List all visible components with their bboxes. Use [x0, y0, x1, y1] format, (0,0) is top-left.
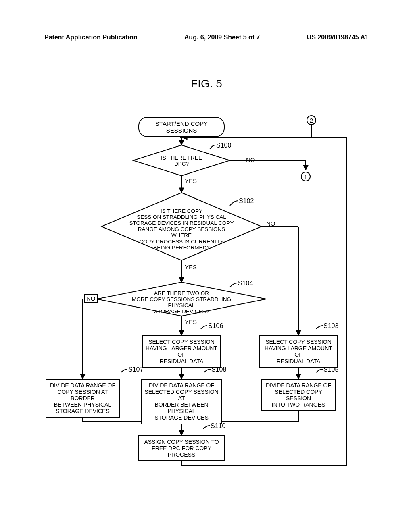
step-label-s102: S102	[239, 197, 254, 205]
step-label-s100: S100	[216, 142, 231, 149]
step-label-s106: S106	[208, 322, 223, 330]
decision-s104	[97, 282, 266, 316]
process-s108: DIVIDE DATA RANGE OFSELECTED COPY SESSIO…	[141, 379, 222, 424]
process-s110: ASSIGN COPY SESSION TOFREE DPC FOR COPY …	[138, 435, 225, 461]
step-label-s103: S103	[323, 322, 338, 330]
process-s107: DIVIDE DATA RANGE OFCOPY SESSION AT BORD…	[46, 379, 120, 418]
step-label-s107: S107	[128, 366, 143, 373]
branch-s102-yes: YES	[185, 264, 197, 270]
process-s105: DIVIDE DATA RANGE OFSELECTED COPY SESSIO…	[261, 379, 336, 411]
branch-s104-yes: YES	[185, 318, 197, 325]
connector-2: 2	[307, 115, 316, 125]
patent-page: Patent Application Publication Aug. 6, 2…	[0, 0, 413, 532]
branch-s102-no: NO	[266, 220, 275, 227]
process-s106: SELECT COPY SESSIONHAVING LARGER AMOUNT …	[142, 335, 221, 368]
branch-s100-no: NO	[244, 156, 257, 163]
step-label-s104: S104	[238, 280, 253, 287]
decision-s102	[102, 193, 261, 260]
step-label-s105: S105	[323, 366, 338, 373]
decision-s100	[133, 145, 230, 176]
step-label-s110: S110	[211, 422, 225, 430]
step-label-s108: S108	[211, 366, 226, 373]
start-terminator: START/END COPY SESSIONS	[138, 117, 225, 137]
branch-s104-no: NO	[84, 294, 98, 303]
branch-s100-yes: YES	[185, 177, 197, 184]
process-s103: SELECT COPY SESSIONHAVING LARGE AMOUNT O…	[259, 335, 338, 368]
connector-1: 1	[301, 172, 311, 181]
